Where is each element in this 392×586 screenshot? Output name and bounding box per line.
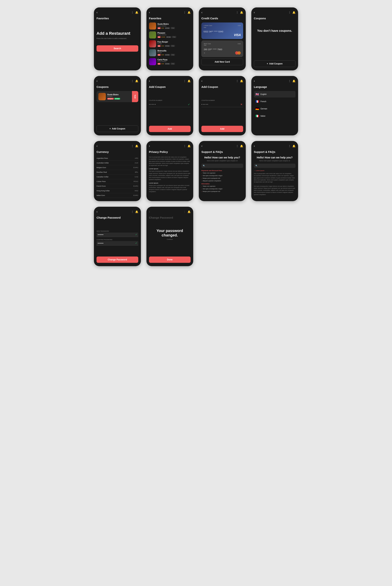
faq-item[interactable]: › Neque porro quisquam est	[202, 177, 243, 179]
add-new-card-button[interactable]: Add New Card	[202, 59, 243, 65]
more-icon[interactable]: ⋮	[184, 11, 186, 14]
faq-item[interactable]: › Neque porro quisquam est	[202, 191, 243, 192]
faq-item[interactable]: › Totam rem aperiam	[202, 172, 243, 174]
star-rating: ★★	[161, 54, 164, 56]
done-button[interactable]: Done	[149, 257, 191, 263]
faq-item[interactable]: › Totam rem aperiam	[202, 185, 243, 187]
support-search-bar[interactable]: 🔍	[254, 164, 296, 168]
currency-row[interactable]: Cuban Peso PESO	[96, 179, 138, 184]
visa-card[interactable]: X Bank Card Visa USA 5322 34** **** 5343…	[202, 23, 243, 39]
star-rating: ★★	[161, 27, 164, 29]
more-icon[interactable]: ⋮	[131, 11, 134, 14]
currency-row[interactable]: Italian Euro EURO	[96, 193, 138, 198]
list-item[interactable]: Pizzazen Pizza Kitchen ●● ★★★ 40 Min Fre…	[149, 32, 191, 39]
back-button[interactable]: ‹	[149, 11, 150, 14]
bell-icon[interactable]: 🔔	[292, 11, 296, 14]
coupon-card[interactable]: Gusto Bistro Burgery Burgery 9 Days %10	[96, 91, 138, 102]
more-icon[interactable]: ⋮	[288, 145, 291, 148]
support-search-bar[interactable]: 🔍	[202, 164, 243, 168]
badge-red: ●●	[158, 36, 160, 38]
back-button[interactable]: ‹	[202, 144, 202, 148]
bell-icon[interactable]: 🔔	[188, 210, 190, 213]
currency-name: Canadian Dollar	[96, 176, 108, 178]
currency-row[interactable]: Belgian Euro EURO	[96, 165, 138, 170]
list-item[interactable]: Carlo Pizza Pizza Kitchen ●● ★★ 40 Min F…	[149, 58, 191, 65]
add-coupon-button[interactable]: + Add Coupon	[96, 125, 138, 132]
lang-item-english[interactable]: 🇬🇧 English	[254, 91, 296, 98]
confirm-password-input[interactable]	[96, 241, 138, 246]
faq-item[interactable]: › Sed quia consequuntur magni	[202, 175, 243, 177]
back-button[interactable]: ‹	[254, 144, 255, 148]
bell-icon[interactable]: 🔔	[240, 11, 243, 14]
bell-icon[interactable]: 🔔	[188, 145, 190, 148]
list-item[interactable]: Bistrozilla Burger ●● ★★ 40 Min Free	[149, 49, 191, 56]
add-button[interactable]: Add	[202, 126, 243, 132]
new-password-input[interactable]	[96, 233, 138, 237]
back-button[interactable]: ‹	[96, 79, 98, 83]
lang-item-italian[interactable]: 🇮🇹 Italian	[254, 113, 296, 119]
currency-row[interactable]: Hong Kong Dollar HKD	[96, 189, 138, 193]
more-icon[interactable]: ⋮	[288, 11, 291, 14]
currency-code: ARS	[135, 157, 138, 159]
back-button[interactable]: ‹	[202, 79, 202, 83]
back-button[interactable]: ‹	[96, 11, 98, 14]
add-button[interactable]: Add	[149, 126, 191, 132]
back-button[interactable]: ‹	[254, 11, 255, 14]
faq-text: Totam rem aperiam	[203, 185, 216, 187]
change-password-button[interactable]: Change Password	[96, 257, 138, 263]
phone-header-3: ‹ ⋮ 🔔	[202, 11, 243, 14]
no-coupons-content: You don't have coupons.	[254, 29, 296, 33]
password-changed-sub: Continue	[149, 239, 191, 240]
back-button[interactable]: ‹	[149, 79, 150, 83]
lang-name-german: German	[260, 108, 267, 110]
bell-icon[interactable]: 🔔	[240, 80, 243, 83]
password-form: NEW PASSWORD ✓ CONFIRM PASSWORD ✓	[96, 230, 138, 246]
more-icon[interactable]: ⋮	[184, 210, 186, 213]
more-icon[interactable]: ⋮	[288, 80, 291, 83]
bell-icon[interactable]: 🔔	[188, 80, 190, 83]
bell-icon[interactable]: 🔔	[135, 80, 138, 83]
page-title: Add Coupon	[149, 85, 191, 88]
bell-icon[interactable]: 🔔	[292, 80, 296, 83]
currency-name: Brazilian Real	[96, 171, 107, 173]
arrow-icon: ›	[202, 188, 202, 190]
bell-icon[interactable]: 🔔	[292, 145, 296, 148]
list-item[interactable]: Fury Burger Burger ●● ★★ 40 Min Free	[149, 40, 191, 47]
faq-item[interactable]: › Sed quia consequuntur magni	[202, 188, 243, 190]
screen-support-faqs: ‹ ⋮ 🔔 Support & FAQs Hello! How can we h…	[199, 141, 246, 201]
back-button[interactable]: ‹	[96, 210, 98, 213]
more-icon[interactable]: ⋮	[131, 210, 134, 213]
currency-row[interactable]: Brazilian Real BRL	[96, 170, 138, 175]
search-button[interactable]: Search	[96, 45, 138, 52]
restaurant-info: Bistrozilla Burger ●● ★★ 40 Min Free	[158, 50, 175, 56]
bell-icon[interactable]: 🔔	[135, 145, 138, 148]
more-icon[interactable]: ⋮	[131, 145, 134, 148]
more-icon[interactable]: ⋮	[131, 80, 134, 83]
faq-item[interactable]: › Aliquam quaerat voluptatem	[202, 180, 243, 182]
lang-item-german[interactable]: 🇩🇪 German	[254, 106, 296, 112]
lang-item-french[interactable]: 🇫🇷 French	[254, 98, 296, 105]
add-coupon-button[interactable]: + Add Coupon	[254, 60, 296, 67]
bell-icon[interactable]: 🔔	[135, 210, 138, 213]
more-icon[interactable]: ⋮	[184, 80, 186, 83]
back-button[interactable]: ‹	[202, 11, 202, 14]
phone-header-12: ‹ ⋮ 🔔	[254, 144, 296, 148]
bell-icon[interactable]: 🔔	[135, 11, 138, 14]
back-button[interactable]: ‹	[254, 79, 255, 83]
more-icon[interactable]: ⋮	[236, 80, 238, 83]
list-item[interactable]: Gusto Bistro Pizza Kitchen ●● ★★ 40 Min …	[149, 23, 191, 30]
currency-row[interactable]: Argentine Peso ARS	[96, 156, 138, 161]
more-icon[interactable]: ⋮	[236, 145, 238, 148]
more-icon[interactable]: ⋮	[184, 145, 186, 148]
back-button[interactable]: ‹	[96, 144, 98, 148]
bell-icon[interactable]: 🔔	[188, 11, 190, 14]
back-button[interactable]: ‹	[149, 144, 150, 148]
currency-row[interactable]: French Euro EURO	[96, 184, 138, 189]
more-icon[interactable]: ⋮	[236, 11, 238, 14]
mastercard-card[interactable]: Bank Card Visa USA 293 23** **** 7563 ⚙	[202, 41, 243, 57]
back-button[interactable]: ‹	[149, 210, 150, 213]
bell-icon[interactable]: 🔔	[240, 145, 243, 148]
currency-row[interactable]: Canadian Dollar CAD	[96, 175, 138, 179]
currency-row[interactable]: Australian Dollar AUD	[96, 161, 138, 165]
card-edit-icon[interactable]: ⚙	[204, 52, 205, 54]
